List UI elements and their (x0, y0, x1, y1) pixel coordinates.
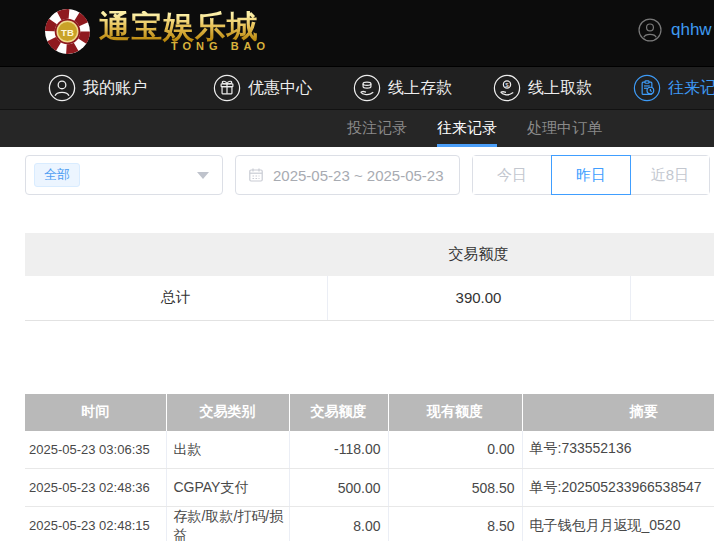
summary-header-empty (630, 233, 714, 276)
cell-summary: 单号:202505233966538547 (522, 469, 714, 507)
nav-item-transactions[interactable]: 往来记录 (633, 74, 714, 102)
summary-total-label: 总计 (25, 276, 327, 320)
last8days-button[interactable]: 近8日 (631, 156, 709, 194)
nav-item-label: 往来记录 (668, 78, 714, 99)
today-button[interactable]: 今日 (473, 156, 551, 194)
cell-summary: 单号:733552136 (522, 431, 714, 469)
cell-balance: 8.50 (388, 507, 522, 541)
withdraw-hand-dollar-icon: $ (493, 74, 521, 102)
nav-item-label: 我的账户 (83, 78, 147, 99)
nav-item-deposit[interactable]: 线上存款 (353, 74, 452, 102)
date-range-input[interactable]: 2025-05-23 ~ 2025-05-23 (235, 155, 460, 195)
logo-title: 通宝娱乐城 (99, 11, 270, 44)
col-header-type: 交易类别 (166, 394, 289, 431)
logo-text: 通宝娱乐城 TONG BAO (99, 11, 270, 52)
content-area: 全部 2025-05-23 ~ 2025-05-23 今日 昨日 近8日 (0, 155, 714, 541)
nav-item-promotions[interactable]: 优惠中心 (213, 74, 312, 102)
summary-header-empty (25, 233, 327, 276)
main-nav: 我的账户 优惠中心 线上存款 (0, 66, 714, 110)
svg-text:$: $ (505, 82, 509, 88)
cell-type: 出款 (166, 431, 289, 469)
table-row: 2025-05-23 03:06:35 出款 -118.00 0.00 单号:7… (25, 431, 714, 469)
summary-total-row: 总计 390.00 (25, 276, 714, 320)
cell-balance: 508.50 (388, 469, 522, 507)
table-row: 2025-05-23 02:48:36 CGPAY支付 500.00 508.5… (25, 469, 714, 507)
table-row: 2025-05-23 02:48:15 存款/取款/打码/损益 8.00 8.5… (25, 507, 714, 541)
nav-item-label: 线上取款 (528, 78, 592, 99)
svg-text:TB: TB (61, 27, 74, 38)
selected-type-tag: 全部 (34, 163, 80, 188)
summary-header-row: 交易额度 (25, 233, 714, 276)
cell-type: CGPAY支付 (166, 469, 289, 507)
col-header-balance: 现有额度 (388, 394, 522, 431)
col-header-time: 时间 (25, 394, 166, 431)
cell-time: 2025-05-23 03:06:35 (25, 431, 166, 469)
date-range-value: 2025-05-23 ~ 2025-05-23 (273, 167, 444, 184)
summary-empty-cell (630, 276, 714, 320)
cell-type: 存款/取款/打码/损益 (166, 507, 289, 541)
tab-transaction-records[interactable]: 往来记录 (437, 110, 497, 147)
records-tab-bar: 投注记录 往来记录 处理中订单 (0, 110, 714, 147)
deposit-hand-coins-icon (353, 74, 381, 102)
records-clipboard-clock-icon (633, 74, 661, 102)
cell-amount: -118.00 (289, 431, 388, 469)
site-logo[interactable]: TB 通宝娱乐城 TONG BAO (44, 8, 270, 55)
calendar-icon (248, 167, 264, 183)
quick-date-button-group: 今日 昨日 近8日 (472, 155, 710, 195)
page: TB 通宝娱乐城 TONG BAO qhhw 我的账户 (0, 0, 714, 541)
col-header-amount: 交易额度 (289, 394, 388, 431)
username: qhhw (671, 20, 712, 40)
tab-betting-records[interactable]: 投注记录 (347, 110, 407, 147)
caret-down-icon (197, 172, 209, 179)
tab-processing-orders[interactable]: 处理中订单 (527, 110, 602, 147)
cell-summary: 电子钱包月月返现_0520 (522, 507, 714, 541)
cell-amount: 8.00 (289, 507, 388, 541)
top-header: TB 通宝娱乐城 TONG BAO qhhw (0, 0, 714, 66)
transaction-type-select[interactable]: 全部 (25, 155, 223, 195)
user-account[interactable]: qhhw (638, 18, 712, 42)
summary-total-amount: 390.00 (327, 276, 630, 320)
cell-amount: 500.00 (289, 469, 388, 507)
cell-balance: 0.00 (388, 431, 522, 469)
nav-item-label: 线上存款 (388, 78, 452, 99)
nav-item-label: 优惠中心 (248, 78, 312, 99)
poker-chip-logo-icon: TB (44, 8, 91, 55)
nav-item-my-account[interactable]: 我的账户 (48, 74, 147, 102)
records-header-row: 时间 交易类别 交易额度 现有额度 摘要 (25, 394, 714, 431)
gift-icon (213, 74, 241, 102)
user-avatar-icon (638, 18, 662, 42)
summary-table: 交易额度 总计 390.00 (25, 233, 714, 321)
user-circle-icon (48, 74, 76, 102)
logo-subtitle: TONG BAO (171, 40, 270, 52)
col-header-summary: 摘要 (522, 394, 714, 431)
records-table: 时间 交易类别 交易额度 现有额度 摘要 2025-05-23 03:06:35… (25, 394, 714, 541)
cell-time: 2025-05-23 02:48:15 (25, 507, 166, 541)
summary-header-amount: 交易额度 (327, 233, 630, 276)
filter-row: 全部 2025-05-23 ~ 2025-05-23 今日 昨日 近8日 (25, 155, 714, 195)
nav-item-withdraw[interactable]: $ 线上取款 (493, 74, 592, 102)
yesterday-button[interactable]: 昨日 (551, 155, 631, 195)
cell-time: 2025-05-23 02:48:36 (25, 469, 166, 507)
